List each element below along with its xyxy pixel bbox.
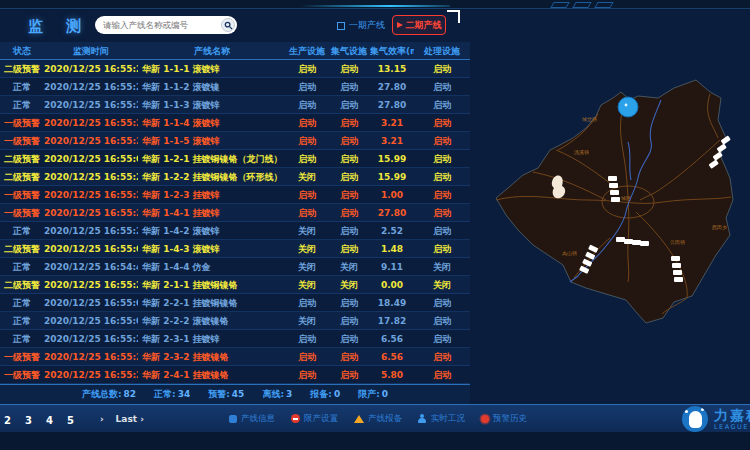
legend-button-triangle[interactable]: 产线报备 [354,413,402,425]
production-facility-state: 关闭 [286,276,328,293]
table-row[interactable]: 正常 2020/12/25 16:55:24 华新 1-1-2 滚镀镍 启动 启… [0,78,470,96]
phase1-label: 一期产线 [349,19,385,32]
page-button[interactable]: 4 [46,415,53,426]
treatment-facility-state: 关闭 [414,258,470,275]
table-row[interactable]: 正常 2020/12/25 16:55:04 华新 2-2-1 挂镀铜镍铬 启动… [0,294,470,312]
table-row[interactable]: 一级预警 2020/12/25 16:55:24 华新 2-4-1 挂镀镍铬 启… [0,366,470,384]
stat-item: 离线:3 [262,388,292,401]
phase2-button[interactable]: 二期产线 [392,15,446,35]
top-decorative-strip [0,0,750,10]
production-facility-state: 启动 [286,204,328,221]
treatment-facility-state: 启动 [414,186,470,203]
table-header: 状态监测时间产线名称生产设施集气设施集气效率(m³/s)处理设施 [0,42,470,60]
gas-collection-state: 启动 [328,78,370,95]
gas-efficiency-value: 1.00 [370,186,414,203]
line-name: 华新 1-1-1 滚镀锌 [138,60,286,77]
monitor-time: 2020/12/25 16:55:24 [44,78,138,95]
bottom-bar: 2345 › Last › 产线信息限产设置产线报备实时工况预警历史 [0,404,750,432]
legend-button-person[interactable]: 实时工况 [418,413,465,425]
column-header: 生产设施 [286,42,328,59]
monitor-time: 2020/12/25 16:55:24 [44,168,138,185]
table-row[interactable]: 正常 2020/12/25 16:55:04 华新 2-2-2 滚镀镍铬 关闭 … [0,312,470,330]
table-row[interactable]: 一级预警 2020/12/25 16:55:24 华新 1-1-5 滚镀锌 启动… [0,132,470,150]
legend-button-dotred[interactable]: 预警历史 [481,413,527,425]
treatment-facility-state: 启动 [414,366,470,383]
column-header: 监测时间 [44,42,138,59]
stat-value: 45 [232,389,245,399]
treatment-facility-state: 启动 [414,168,470,185]
production-facility-state: 关闭 [286,258,328,275]
map-place-label: 城北镇 [581,116,597,123]
production-facility-state: 启动 [286,132,328,149]
gas-collection-state: 启动 [328,114,370,131]
treatment-facility-state: 启动 [414,222,470,239]
treatment-facility-state: 启动 [414,294,470,311]
table-row[interactable]: 一级预警 2020/12/25 16:55:24 华新 1-1-4 滚镀锌 启动… [0,114,470,132]
gas-collection-state: 启动 [328,168,370,185]
table-row[interactable]: 二级预警 2020/12/25 16:55:24 华新 1-1-1 滚镀锌 启动… [0,60,470,78]
production-facility-state: 启动 [286,78,328,95]
table-row[interactable]: 二级预警 2020/12/25 16:55:04 华新 1-2-1 挂镀铜镍铬（… [0,150,470,168]
status-badge: 二级预警 [0,150,44,167]
table-row[interactable]: 正常 2020/12/25 16:55:24 华新 2-3-1 挂镀锌 启动 启… [0,330,470,348]
monitor-table: 状态监测时间产线名称生产设施集气设施集气效率(m³/s)处理设施 二级预警 20… [0,42,470,384]
table-row[interactable]: 一级预警 2020/12/25 16:55:24 华新 1-2-3 挂镀锌 启动… [0,186,470,204]
gas-collection-state: 关闭 [328,258,370,275]
gas-collection-state: 启动 [328,240,370,257]
last-page-button[interactable]: Last › [116,414,144,424]
table-row[interactable]: 一级预警 2020/12/25 16:55:24 华新 1-4-1 挂镀锌 启动… [0,204,470,222]
legend-label: 产线报备 [368,413,402,425]
status-badge: 二级预警 [0,276,44,293]
table-row[interactable]: 二级预警 2020/12/25 16:55:24 华新 1-2-2 挂镀铜镍铬（… [0,168,470,186]
status-badge: 正常 [0,294,44,311]
monitor-time: 2020/12/25 16:55:24 [44,222,138,239]
production-facility-state: 启动 [286,348,328,365]
gas-collection-state: 启动 [328,366,370,383]
monitor-time: 2020/12/25 16:55:24 [44,114,138,131]
gas-collection-state: 启动 [328,60,370,77]
gas-collection-state: 启动 [328,186,370,203]
treatment-facility-state: 启动 [414,132,470,149]
district-map[interactable]: 城北镇汤溪镇城区西田乡高山镇云田镇 [478,50,750,355]
monitor-time: 2020/12/25 16:55:24 [44,348,138,365]
next-page-button[interactable]: › [100,414,104,424]
table-row[interactable]: 二级预警 2020/12/25 16:55:24 华新 2-1-1 挂镀铜镍铬 … [0,276,470,294]
flag-icon [397,22,403,28]
page-button[interactable]: 2 [4,415,11,426]
status-badge: 正常 [0,258,44,275]
monitor-time: 2020/12/25 16:55:24 [44,366,138,383]
table-row[interactable]: 正常 2020/12/25 16:55:24 华新 1-1-3 滚镀锌 启动 启… [0,96,470,114]
monitor-time: 2020/12/25 16:55:24 [44,132,138,149]
page-button[interactable]: 5 [67,415,74,426]
monitor-time: 2020/12/25 16:54:44 [44,258,138,275]
search-input[interactable] [103,20,221,30]
table-row[interactable]: 正常 2020/12/25 16:54:44 华新 1-4-4 仿金 关闭 关闭… [0,258,470,276]
legend-button-noentry[interactable]: 限产设置 [291,413,338,425]
line-name: 华新 2-2-2 滚镀镍铬 [138,312,286,329]
map-place-label: 汤溪镇 [574,149,589,156]
table-row[interactable]: 二级预警 2020/12/25 16:55:04 华新 1-4-3 滚镀锌 关闭… [0,240,470,258]
dotred-icon [481,415,489,423]
phase1-checkbox[interactable]: 一期产线 [337,19,385,32]
bottom-fill [0,432,750,450]
stat-label: 预警: [208,389,230,399]
legend-label: 实时工况 [431,413,465,425]
checkbox-icon[interactable] [337,22,345,30]
gas-efficiency-value: 18.49 [370,294,414,311]
legend-button-square[interactable]: 产线信息 [229,413,275,425]
gas-collection-state: 启动 [328,204,370,221]
line-name: 华新 1-4-3 滚镀锌 [138,240,286,257]
table-row[interactable]: 一级预警 2020/12/25 16:55:24 华新 2-3-2 挂镀镍铬 启… [0,348,470,366]
triangle-icon [354,415,364,423]
treatment-facility-state: 启动 [414,204,470,221]
gas-efficiency-value: 17.82 [370,312,414,329]
table-row[interactable]: 正常 2020/12/25 16:55:24 华新 1-4-2 滚镀锌 关闭 启… [0,222,470,240]
gas-efficiency-value: 3.21 [370,114,414,131]
brand-logo: 力嘉科技 LEAGUE TECH [682,406,750,432]
monitor-time: 2020/12/25 16:55:24 [44,276,138,293]
search-icon[interactable] [221,18,235,32]
map-marker-blue[interactable] [618,97,638,117]
stat-value: 34 [178,389,191,399]
page-button[interactable]: 3 [25,415,32,426]
production-facility-state: 启动 [286,186,328,203]
